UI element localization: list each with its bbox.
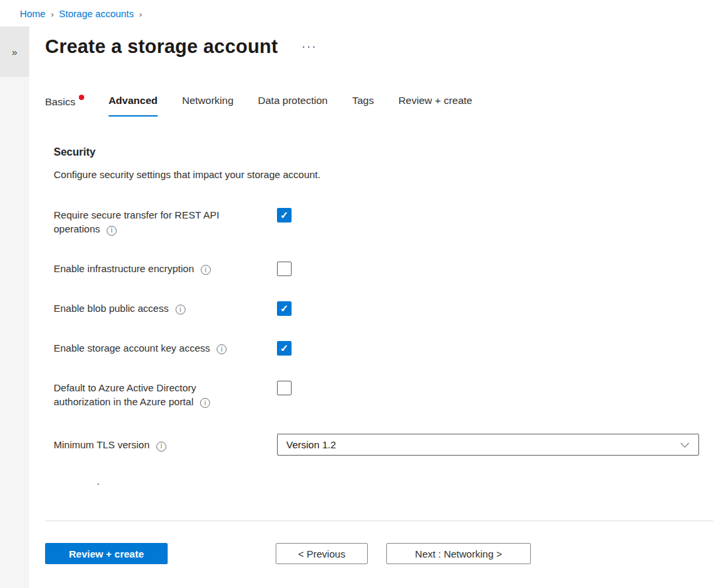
field-row-blob-public-access: Enable blob public access [54, 301, 713, 316]
field-label: Default to Azure Active Directory author… [54, 382, 196, 407]
checkbox-infrastructure-encryption[interactable] [277, 262, 292, 276]
footer-actions: Review + create < Previous Next : Networ… [45, 543, 531, 564]
review-create-button[interactable]: Review + create [45, 543, 168, 564]
tab-networking[interactable]: Networking [182, 95, 234, 117]
chevron-right-icon: › [139, 9, 142, 19]
tab-advanced[interactable]: Advanced [109, 95, 158, 117]
page-title: Create a storage account [45, 36, 278, 58]
min-tls-version-select[interactable]: Version 1.2 [277, 434, 699, 456]
info-icon[interactable] [200, 398, 210, 408]
title-row: Create a storage account ··· [45, 36, 713, 58]
expand-pane-button[interactable]: » [0, 26, 29, 77]
chevron-down-icon [681, 439, 689, 448]
checkbox-default-aad-authorization[interactable] [277, 381, 292, 395]
info-icon[interactable] [217, 344, 227, 354]
field-row-infrastructure-encryption: Enable infrastructure encryption [54, 262, 713, 276]
section-title-security: Security [54, 146, 713, 158]
info-icon[interactable] [201, 265, 211, 275]
previous-button[interactable]: < Previous [276, 543, 368, 564]
chevron-right-icon: › [51, 9, 54, 19]
field-row-account-key-access: Enable storage account key access [54, 341, 713, 356]
field-label: Require secure transfer for REST API ope… [54, 209, 219, 234]
breadcrumb: Home › Storage accounts › [20, 9, 142, 19]
tab-basics[interactable]: Basics [45, 95, 84, 117]
field-row-min-tls-version: Minimum TLS version Version 1.2 [54, 434, 713, 456]
checkbox-require-secure-transfer[interactable] [277, 208, 292, 222]
info-icon[interactable] [176, 305, 186, 315]
collapsed-side-pane: » [0, 26, 29, 588]
field-label: Enable storage account key access [54, 342, 210, 354]
field-label: Minimum TLS version [54, 439, 150, 450]
tab-tags[interactable]: Tags [352, 95, 374, 117]
tab-review-create[interactable]: Review + create [398, 95, 472, 117]
footer-divider [45, 520, 713, 521]
field-row-secure-transfer: Require secure transfer for REST API ope… [54, 208, 713, 236]
double-chevron-right-icon: » [12, 46, 17, 58]
info-icon[interactable] [156, 442, 166, 452]
field-label: Enable blob public access [54, 303, 168, 314]
form-rows: Require secure transfer for REST API ope… [54, 208, 713, 456]
more-options-icon[interactable]: ··· [302, 40, 317, 54]
error-dot-icon [79, 95, 84, 100]
tab-bar: Basics Advanced Networking Data protecti… [45, 95, 713, 117]
checkbox-storage-account-key-access[interactable] [277, 341, 292, 356]
advanced-form: Security Configure security settings tha… [54, 146, 713, 456]
main-content: Create a storage account ··· Basics Adva… [45, 26, 713, 588]
tab-data-protection[interactable]: Data protection [258, 95, 327, 117]
info-icon[interactable] [107, 226, 117, 236]
checkbox-blob-public-access[interactable] [277, 301, 292, 316]
next-networking-button[interactable]: Next : Networking > [386, 543, 531, 564]
field-row-aad-authorization: Default to Azure Active Directory author… [54, 381, 713, 409]
field-label: Enable infrastructure encryption [54, 263, 194, 274]
selected-value: Version 1.2 [286, 439, 336, 450]
section-description: Configure security settings that impact … [54, 169, 713, 180]
stray-dot: . [97, 475, 99, 487]
breadcrumb-link-storage-accounts[interactable]: Storage accounts [59, 9, 134, 19]
breadcrumb-link-home[interactable]: Home [20, 9, 46, 19]
